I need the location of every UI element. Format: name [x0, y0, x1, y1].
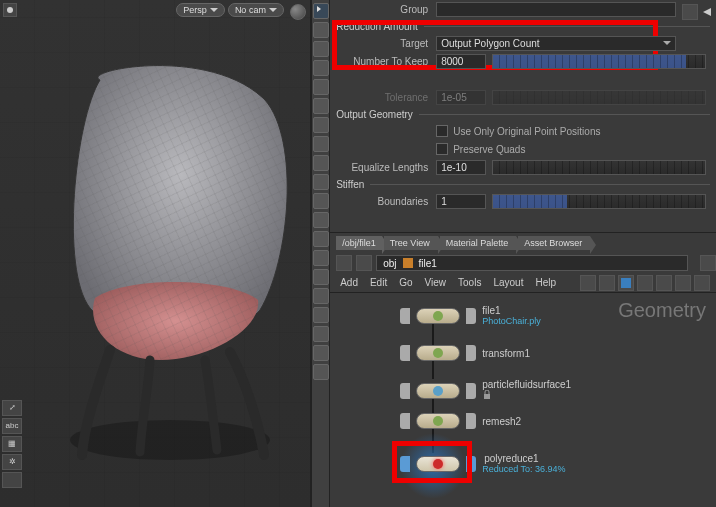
menu-layout[interactable]: Layout	[493, 277, 523, 288]
menu-tools[interactable]: Tools	[458, 277, 481, 288]
bypass-flag-icon[interactable]	[400, 383, 410, 399]
bypass-flag-icon[interactable]	[400, 456, 410, 472]
tool-9-icon[interactable]	[313, 155, 329, 171]
viewport-3d[interactable]: Persp No cam	[0, 0, 311, 507]
section-reduction-amount: Reduction Amount	[330, 18, 716, 34]
tool-13-icon[interactable]	[313, 231, 329, 247]
viewport-tool-wire-icon[interactable]: ▦	[2, 436, 22, 452]
menu-help[interactable]: Help	[535, 277, 556, 288]
network-graph[interactable]: Geometry file1 PhotoChair.ply	[330, 293, 716, 507]
tool-17-icon[interactable]	[313, 307, 329, 323]
crumb-material-palette[interactable]: Material Palette	[440, 236, 517, 250]
menu-go[interactable]: Go	[399, 277, 412, 288]
display-flag-icon[interactable]	[466, 413, 476, 429]
equalize-lengths-field[interactable]: 1e-10	[436, 160, 486, 175]
bypass-flag-icon[interactable]	[400, 308, 410, 324]
tool-8-icon[interactable]	[313, 136, 329, 152]
node-particlefluidsurface1[interactable]: particlefluidsurface1	[400, 379, 571, 402]
display-flag-icon[interactable]	[466, 308, 476, 324]
node-transform1[interactable]: transform1	[400, 345, 530, 361]
tool-19-icon[interactable]	[313, 345, 329, 361]
display-icon-4[interactable]	[637, 275, 653, 291]
tool-16-icon[interactable]	[313, 288, 329, 304]
crumb-tree-view[interactable]: Tree View	[384, 236, 438, 250]
crumb-asset-browser[interactable]: Asset Browser	[518, 236, 590, 250]
tool-11-icon[interactable]	[313, 193, 329, 209]
viewport-tool-axis-icon[interactable]: ⤢	[2, 400, 22, 416]
expand-arrow-icon[interactable]	[702, 7, 712, 17]
viewport-tool-abc[interactable]: abc	[2, 418, 22, 434]
move-tool-icon[interactable]	[313, 60, 329, 76]
tool-15-icon[interactable]	[313, 269, 329, 285]
node-polyreduce1-label: polyreduce1	[484, 453, 565, 464]
display-flag-icon[interactable]	[466, 383, 476, 399]
bypass-flag-icon[interactable]	[400, 345, 410, 361]
boundaries-slider[interactable]	[492, 194, 706, 209]
number-to-keep-label: Number To Keep	[340, 56, 436, 67]
tool-20-icon[interactable]	[313, 364, 329, 380]
select-tool-icon[interactable]	[313, 3, 329, 19]
boundaries-field[interactable]: 1	[436, 194, 486, 209]
group-label: Group	[340, 4, 436, 15]
node-polyreduce1[interactable]: polyreduce1 Reduced To: 36.94%	[400, 453, 565, 474]
bypass-flag-icon[interactable]	[400, 413, 410, 429]
viewport-config-icon[interactable]	[3, 3, 17, 17]
network-menu: Add Edit Go View Tools Layout Help	[330, 273, 716, 293]
section-output-geometry: Output Geometry	[330, 106, 716, 122]
number-to-keep-slider[interactable]	[492, 54, 706, 69]
scale-tool-icon[interactable]	[313, 98, 329, 114]
tool-12-icon[interactable]	[313, 212, 329, 228]
node-remesh2-label: remesh2	[482, 416, 521, 427]
node-pfs1-label: particlefluidsurface1	[482, 379, 571, 390]
tolerance-slider	[492, 90, 706, 105]
group-field[interactable]	[436, 2, 676, 17]
parameter-panel: Group Reduction Amount Target Output Pol…	[330, 0, 716, 232]
number-to-keep-field[interactable]: 8000	[436, 54, 486, 69]
menu-edit[interactable]: Edit	[370, 277, 387, 288]
display-icon-5[interactable]	[656, 275, 672, 291]
network-path-input[interactable]: obj file1	[376, 255, 688, 271]
tool-14-icon[interactable]	[313, 250, 329, 266]
persp-label: Persp	[183, 5, 207, 15]
target-dropdown[interactable]: Output Polygon Count	[436, 36, 676, 51]
target-label: Target	[340, 38, 436, 49]
display-flag-icon[interactable]	[466, 456, 476, 472]
nav-fwd-icon[interactable]	[356, 255, 372, 271]
equalize-lengths-slider[interactable]	[492, 160, 706, 175]
crumb-path[interactable]: /obj/file1	[336, 236, 382, 250]
display-icon-2[interactable]	[599, 275, 615, 291]
param-menu-icon[interactable]	[682, 4, 698, 20]
preserve-quads-checkbox[interactable]	[436, 143, 448, 155]
path-dropdown-icon[interactable]	[700, 255, 716, 271]
viewport-tool-cog-icon[interactable]: ✲	[2, 454, 22, 470]
display-icon-1[interactable]	[580, 275, 596, 291]
tool-18-icon[interactable]	[313, 326, 329, 342]
display-flag-icon[interactable]	[466, 345, 476, 361]
display-icon-6[interactable]	[675, 275, 691, 291]
node-transform1-label: transform1	[482, 348, 530, 359]
node-file1[interactable]: file1 PhotoChair.ply	[400, 305, 541, 326]
nav-back-icon[interactable]	[336, 255, 352, 271]
display-icon-7[interactable]	[694, 275, 710, 291]
use-original-points-label: Use Only Original Point Positions	[453, 126, 600, 137]
rotate-tool-icon[interactable]	[313, 79, 329, 95]
tool-10-icon[interactable]	[313, 174, 329, 190]
svg-point-0	[70, 420, 270, 460]
display-grid-icon[interactable]	[618, 275, 634, 291]
chevron-down-icon	[210, 8, 218, 12]
path-seg-obj: obj	[383, 258, 396, 269]
viewport-shading-icon[interactable]	[290, 4, 306, 20]
brush-tool-icon[interactable]	[313, 41, 329, 57]
camera-dropdown[interactable]: No cam	[228, 3, 284, 17]
number-to-keep-value: 8000	[441, 56, 463, 67]
persp-dropdown[interactable]: Persp	[176, 3, 225, 17]
camera-label: No cam	[235, 5, 266, 15]
geo-icon	[402, 257, 414, 269]
pose-tool-icon[interactable]	[313, 117, 329, 133]
menu-view[interactable]: View	[425, 277, 447, 288]
lasso-tool-icon[interactable]	[313, 22, 329, 38]
menu-add[interactable]: Add	[340, 277, 358, 288]
node-remesh2[interactable]: remesh2	[400, 413, 521, 429]
viewport-tool-misc-icon[interactable]	[2, 472, 22, 488]
use-original-points-checkbox[interactable]	[436, 125, 448, 137]
